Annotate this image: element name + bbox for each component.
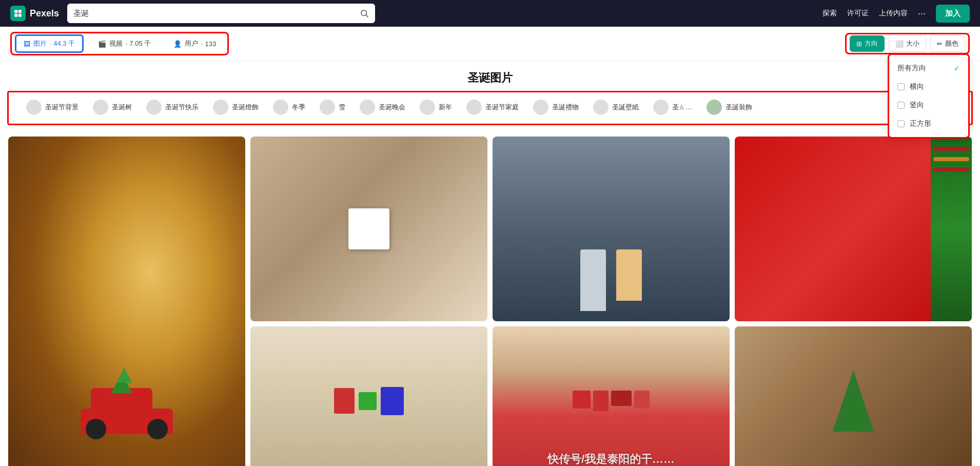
cat-label-10: 圣誕禮物 xyxy=(552,103,579,112)
image-card-2[interactable] xyxy=(250,137,487,321)
image-card-7[interactable] xyxy=(735,326,972,466)
size-label: 大小 xyxy=(906,39,919,48)
landscape-checkbox[interactable] xyxy=(897,83,905,90)
image-card-6[interactable]: 快传号/我是泰阳的干…… xyxy=(493,326,730,466)
orientation-landscape-label: 横向 xyxy=(910,82,924,91)
tab-users-count: · 133 xyxy=(201,40,216,48)
navbar: Pexels 探索 许可证 上传内容 ··· 加入 xyxy=(0,0,980,27)
orientation-portrait-label: 竖向 xyxy=(910,101,924,110)
filter-right-buttons: ⊞ 方向 ⬜ 大小 ✏ 颜色 xyxy=(845,33,970,54)
tab-photos-count: · 44.3 千 xyxy=(50,39,75,48)
category-bar-wrapper: 圣诞节背景 圣诞树 圣诞节快乐 圣诞燈飾 冬季 雪 圣诞晚会 新年 xyxy=(7,91,973,125)
join-button[interactable]: 加入 xyxy=(936,5,970,23)
videos-icon: 🎬 xyxy=(98,40,106,48)
portrait-checkbox[interactable] xyxy=(897,102,905,109)
orientation-button[interactable]: ⊞ 方向 xyxy=(850,35,885,52)
square-checkbox[interactable] xyxy=(897,120,905,127)
cat-label-3: 圣诞节快乐 xyxy=(165,103,199,112)
cat-avatar-10 xyxy=(533,100,548,115)
orientation-portrait[interactable]: 竖向 xyxy=(889,96,968,114)
category-chip-9[interactable]: 圣诞节家庭 xyxy=(459,96,526,118)
svg-point-4 xyxy=(361,10,367,16)
category-bar: 圣诞节背景 圣诞树 圣诞节快乐 圣诞燈飾 冬季 雪 圣诞晚会 新年 xyxy=(9,92,971,124)
category-chip-7[interactable]: 圣诞晚会 xyxy=(352,96,413,118)
search-bar xyxy=(67,4,375,23)
cat-avatar-12 xyxy=(653,100,669,115)
nav-license[interactable]: 许可证 xyxy=(847,9,869,18)
tab-videos-count: · 7.05 千 xyxy=(126,39,151,48)
cat-label-12: 圣ㄠ… xyxy=(672,103,692,112)
image-card-1[interactable] xyxy=(8,137,245,466)
orientation-square[interactable]: 正方形 xyxy=(889,114,968,133)
color-button[interactable]: ✏ 颜色 xyxy=(930,35,965,52)
users-icon: 👤 xyxy=(173,40,182,48)
category-chip-11[interactable]: 圣誕壁紙 xyxy=(586,96,646,118)
category-chip-6[interactable]: 雪 xyxy=(312,96,352,118)
cat-label-9: 圣诞节家庭 xyxy=(485,103,519,112)
color-label: 颜色 xyxy=(945,39,958,48)
category-chip-10[interactable]: 圣誕禮物 xyxy=(526,96,586,118)
logo-area[interactable]: Pexels xyxy=(10,6,59,21)
cat-avatar-2 xyxy=(93,100,108,115)
search-input[interactable] xyxy=(73,9,356,18)
tab-videos[interactable]: 🎬 视频 · 7.05 千 xyxy=(90,35,159,52)
search-button[interactable] xyxy=(360,9,369,18)
cat-avatar-9 xyxy=(466,100,482,115)
tab-photos[interactable]: 🖼 图片 · 44.3 千 xyxy=(15,34,84,53)
cat-avatar-7 xyxy=(360,100,375,115)
category-chip-12[interactable]: 圣ㄠ… xyxy=(646,96,699,118)
orientation-landscape[interactable]: 横向 xyxy=(889,77,968,96)
cat-label-7: 圣诞晚会 xyxy=(379,103,405,112)
image-card-5[interactable] xyxy=(250,326,487,466)
filter-tabs-group: 🖼 图片 · 44.3 千 🎬 视频 · 7.05 千 👤 用户 · 133 xyxy=(10,32,229,55)
tab-photos-label: 图片 xyxy=(33,39,47,48)
check-icon: ✓ xyxy=(954,64,960,72)
cat-avatar-5 xyxy=(273,100,288,115)
svg-line-5 xyxy=(366,15,368,17)
nav-more[interactable]: ··· xyxy=(918,8,926,19)
orientation-label: 方向 xyxy=(865,39,878,48)
cat-avatar-6 xyxy=(320,100,335,115)
category-chip-8[interactable]: 新年 xyxy=(413,96,459,118)
cat-label-13: 圣誕裝飾 xyxy=(726,103,752,112)
page-title: 圣诞图片 xyxy=(0,61,980,91)
category-chip-4[interactable]: 圣诞燈飾 xyxy=(206,96,266,118)
cat-avatar-8 xyxy=(420,100,435,115)
filter-bar: 🖼 图片 · 44.3 千 🎬 视频 · 7.05 千 👤 用户 · 133 ⊞… xyxy=(0,27,980,61)
svg-rect-0 xyxy=(14,10,17,13)
orientation-square-label: 正方形 xyxy=(910,119,931,128)
image-card-3[interactable] xyxy=(493,137,730,321)
cat-avatar-1 xyxy=(26,100,42,115)
nav-upload[interactable]: 上传内容 xyxy=(879,9,908,18)
cat-label-1: 圣诞节背景 xyxy=(45,103,79,112)
cat-avatar-11 xyxy=(593,100,609,115)
cat-label-5: 冬季 xyxy=(292,103,305,112)
image-grid: 快传号/我是泰阳的干…… xyxy=(8,137,972,466)
category-chip-5[interactable]: 冬季 xyxy=(266,96,312,118)
category-chip-13[interactable]: 圣誕裝飾 xyxy=(699,96,759,118)
size-button[interactable]: ⬜ 大小 xyxy=(889,35,926,52)
cat-label-8: 新年 xyxy=(439,103,452,112)
svg-rect-3 xyxy=(18,14,22,17)
cat-label-11: 圣誕壁紙 xyxy=(612,103,639,112)
tab-users[interactable]: 👤 用户 · 133 xyxy=(165,35,224,52)
color-icon: ✏ xyxy=(937,40,943,48)
category-chip-2[interactable]: 圣诞树 xyxy=(86,96,139,118)
image-card-4[interactable] xyxy=(735,137,972,321)
cat-label-2: 圣诞树 xyxy=(112,103,132,112)
orientation-dropdown: 所有方向 ✓ 横向 竖向 正方形 xyxy=(888,53,970,139)
category-chip-3[interactable]: 圣诞节快乐 xyxy=(139,96,206,118)
cat-label-6: 雪 xyxy=(339,103,345,112)
cat-avatar-4 xyxy=(213,100,228,115)
nav-explore[interactable]: 探索 xyxy=(822,9,837,18)
logo-icon xyxy=(10,6,26,21)
search-icon xyxy=(360,9,369,18)
svg-rect-2 xyxy=(14,14,17,17)
size-icon: ⬜ xyxy=(895,40,904,48)
nav-right: 探索 许可证 上传内容 ··· 加入 xyxy=(822,5,970,23)
cat-label-4: 圣诞燈飾 xyxy=(232,103,259,112)
orientation-icon: ⊞ xyxy=(856,40,862,48)
cat-avatar-13 xyxy=(707,100,722,115)
orientation-all[interactable]: 所有方向 ✓ xyxy=(889,59,968,77)
category-chip-1[interactable]: 圣诞节背景 xyxy=(19,96,86,118)
